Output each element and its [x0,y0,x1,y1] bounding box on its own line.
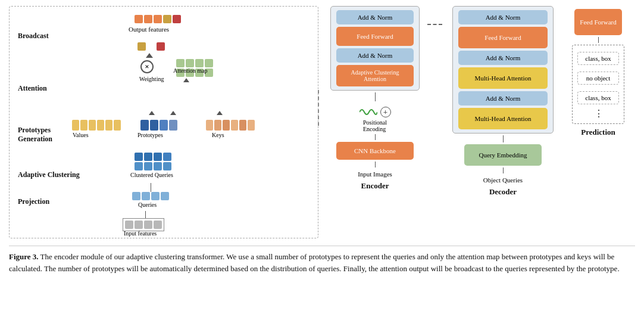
pred-class-box-1: class, box [577,52,619,65]
enc-connector-2 [375,134,376,140]
proto-arrow [149,111,155,115]
decoder-multi-head-2: Multi-Head Attention [458,108,548,129]
decoder-add-norm-top: Add & Norm [458,10,548,24]
prototypes-squares [140,120,177,131]
pred-dashed-container: class, box no object class, box ⋮ [572,45,624,124]
keys-arrow-1 [170,111,176,115]
encoder-adaptive-clustering: Adaptive Clustering Attention [336,65,414,86]
caption-text: The encoder module of our adaptive clust… [9,252,620,273]
dec-connector-2 [503,167,504,173]
dec-connector-1 [503,135,504,142]
multiply-circle: × [140,60,154,73]
prediction-section: Feed Forward class, box no object class,… [562,6,634,137]
positional-encoding-label: PositionalEncoding [363,119,387,132]
pred-connector [598,37,599,43]
keys-arrow-2 [217,111,223,115]
positional-encoding-area: + [359,106,391,118]
clustered-queries-label: Clustered Queries [130,172,173,178]
encoder-feed-forward: Feed Forward [336,27,414,46]
object-queries-label: Object Queries [483,176,523,184]
caption: Figure 3. The encoder module of our adap… [9,246,635,274]
clustered-queries-squares [135,153,171,161]
queries-label: Queries [138,201,157,208]
enc-connector-1 [375,92,376,101]
enc-dec-connector [426,24,443,25]
encoder-add-norm-2: Add & Norm [336,48,414,63]
main-container: Broadcast Attention PrototypesGeneration… [0,0,644,280]
query-input-connector [145,211,146,218]
values-squares [72,120,121,131]
encoder-inner: Add & Norm Feed Forward Add & Norm Adapt… [330,6,420,91]
input-features-container [123,218,164,231]
attn-map-arrow [183,78,189,82]
attention-label: Attention [18,84,47,93]
decoder-add-norm-3: Add & Norm [458,91,548,106]
projection-label: Projection [18,197,49,206]
clustering-connector [151,183,151,192]
encoder-add-norm-top: Add & Norm [336,10,414,24]
input-features-label: Input features [124,230,157,237]
decoder-inner: Add & Norm Feed Forward Add & Norm Multi… [452,6,554,134]
encoder-section-label: Encoder [361,181,389,191]
ellipsis-dots: ⋮ [594,109,602,119]
attention-map-label: Attention map [173,67,208,74]
values-label: Values [73,132,89,138]
broadcast-label: Broadcast [18,32,49,41]
decoder-section: Add & Norm Feed Forward Add & Norm Multi… [446,6,559,197]
decoder-multi-head-1: Multi-Head Attention [458,67,548,89]
left-panel: Broadcast Attention PrototypesGeneration… [9,6,318,238]
prototypes-label: Prototypes [137,132,163,138]
query-embedding: Query Embedding [464,144,542,166]
encoder-section: Add & Norm Feed Forward Add & Norm Adapt… [324,6,426,191]
adaptive-clustering-label: Adaptive Clustering [18,170,80,179]
pred-no-object: no object [577,72,619,85]
pred-class-box-2: class, box [577,91,619,104]
prototypes-generation-label: PrototypesGeneration [18,126,52,144]
decoder-add-norm-2: Add & Norm [458,51,548,65]
keys-label: Keys [212,132,224,138]
broadcast-arrow [146,53,153,58]
pred-feed-forward: Feed Forward [574,9,622,35]
plus-circle: + [380,107,391,117]
weighting-label: Weighting [139,76,164,82]
prediction-section-label: Prediction [581,128,615,137]
output-features-label: Output features [129,26,169,33]
mid-squares [137,42,165,51]
enc-connector-3 [375,162,376,167]
output-features-squares [135,15,181,23]
sine-wave-icon [359,106,377,118]
diagram-area: Broadcast Attention PrototypesGeneration… [9,6,635,238]
decoder-section-label: Decoder [489,187,517,197]
attention-map-squares [176,59,213,67]
decoder-feed-forward: Feed Forward [458,27,548,48]
right-panel: Add & Norm Feed Forward Add & Norm Adapt… [318,6,635,238]
clustered-queries-squares-2 [135,162,171,170]
keys-squares [206,120,255,131]
figure-num: Figure 3. [9,252,39,261]
input-images-label: Input Images [358,170,392,178]
queries-squares [132,192,169,200]
cnn-backbone: CNN Backbone [336,142,414,160]
